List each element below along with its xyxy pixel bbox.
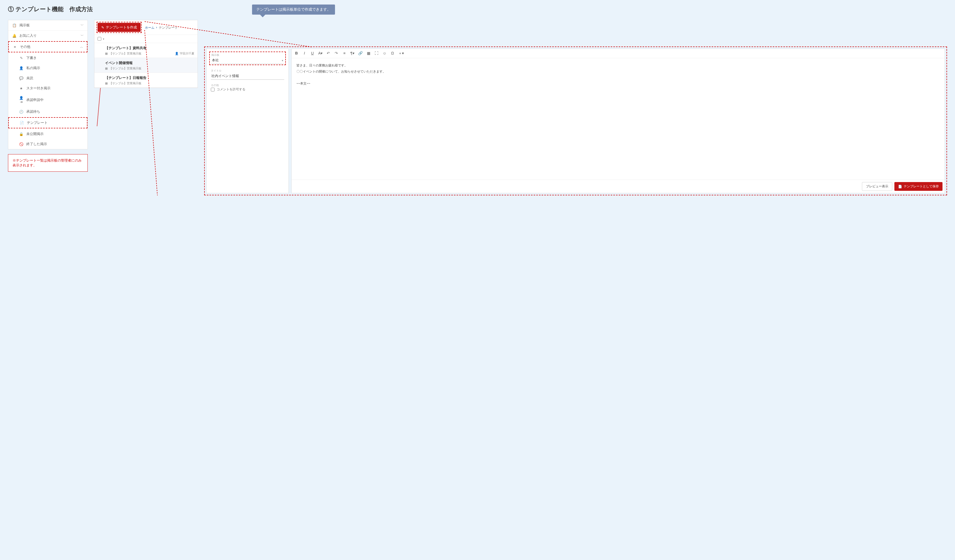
clock-icon: 🕘 (19, 110, 23, 114)
chat-icon: 💬 (19, 76, 23, 80)
template-list-panel: ✎ テンプレートを作成 ホーム › テンプレート ▾ 【テンプレート】資料共有 … (94, 20, 198, 88)
template-board: 【サンプル】営業掲示板 (109, 66, 141, 70)
sidebar-item-template[interactable]: 📄 テンプレート (9, 118, 87, 128)
allow-comment-label: コメントを許可する (217, 87, 246, 92)
breadcrumb-sep: › (156, 25, 157, 30)
dropdown-caret-icon[interactable]: ▾ (103, 38, 104, 41)
sidebar-item-approval-wait[interactable]: 🕘 承認待ち (8, 106, 88, 117)
sidebar-item-unread[interactable]: 💬 未読 (8, 73, 88, 83)
template-board: 【サンプル】営業掲示板 (109, 81, 141, 85)
board-icon: ▦ (105, 81, 108, 85)
font-icon[interactable]: A▾ (318, 51, 323, 56)
sidebar-item-draft[interactable]: ✎ 下書き (8, 53, 88, 63)
sidebar-item-unpublished[interactable]: 🔒 未公開掲示 (8, 129, 88, 139)
allow-comment-checkbox[interactable] (211, 88, 214, 91)
bell-icon: 🔔 (12, 34, 17, 38)
template-board: 【サンプル】営業掲示板 (109, 52, 141, 56)
sidebar-item-label: その他 (20, 44, 30, 49)
editor-footer: プレビュー表示 📄 テンプレートとして保存 (292, 180, 945, 193)
select-all-checkbox[interactable] (97, 37, 101, 41)
sidebar-item-label: 承認待ち (26, 109, 40, 114)
sidebar-item-approval-req[interactable]: 👤➔ 承認申請中 (8, 93, 88, 106)
list-header: ▾ (94, 34, 197, 43)
editor-body-panel: B I U A▾ ↶ ↷ ≡ ¶▾ 🔗 ▦ ⛶ ☺ Ω ＋▾ 皆さま、日々の業務… (291, 48, 945, 193)
fullscreen-icon[interactable]: ⛶ (374, 51, 379, 56)
link-icon[interactable]: 🔗 (358, 51, 363, 56)
editor-line: 〇〇イベントの開催について、お知らせさせていただきます。 (296, 69, 940, 75)
editor-toolbar: B I U A▾ ↶ ↷ ≡ ¶▾ 🔗 ▦ ⛶ ☺ Ω ＋▾ (292, 49, 945, 58)
file-icon: 📄 (898, 185, 902, 188)
form-panel: 掲示板 本社 ▾ タイトル 社内イベント情報 その他 (206, 48, 289, 193)
undo-icon[interactable]: ↶ (326, 51, 330, 56)
menu-icon: ≡ (13, 45, 17, 49)
title-input-value: 社内イベント情報 (211, 74, 239, 78)
italic-icon[interactable]: I (302, 51, 307, 56)
allow-comment-row[interactable]: コメントを許可する (211, 87, 284, 92)
save-template-button[interactable]: 📄 テンプレートとして保存 (894, 182, 942, 191)
sidebar-item-favorite[interactable]: 🔔 お気に入り ﹀ (8, 31, 88, 41)
star-icon: ★ (19, 86, 23, 91)
preview-button[interactable]: プレビュー表示 (862, 182, 892, 191)
sidebar-item-label: 私の掲示 (26, 66, 40, 70)
breadcrumb-current: テンプレート (159, 25, 178, 30)
file-icon: 📄 (19, 121, 24, 125)
template-title: イベント開催情報 (105, 61, 194, 66)
chevron-up-icon: ︿ (80, 45, 83, 49)
lock-icon: 🔒 (19, 132, 23, 136)
board-select[interactable]: 本社 ▾ (211, 57, 284, 64)
sidebar-item-label: テンプレート (27, 120, 48, 125)
sidebar-item-label: 未公開掲示 (26, 131, 44, 136)
editor-line: 皆さま、日々の業務お疲れ様です。 (296, 63, 940, 69)
chevron-down-icon: ﹀ (81, 23, 84, 28)
board-select-value: 本社 (212, 58, 219, 63)
editor-content[interactable]: 皆さま、日々の業務お疲れ様です。 〇〇イベントの開催について、お知らせさせていた… (292, 58, 945, 180)
template-row[interactable]: 【テンプレート】日報報告 ▦ 【サンプル】営業掲示板 (94, 73, 197, 88)
sidebar-item-board[interactable]: 📋 掲示板 ﹀ (8, 20, 88, 30)
table-icon[interactable]: ▦ (366, 51, 371, 56)
create-template-button[interactable]: ✎ テンプレートを作成 (97, 23, 141, 32)
omega-icon[interactable]: Ω (390, 51, 395, 56)
person-icon: 👤 (19, 66, 23, 70)
board-icon: ▦ (105, 52, 108, 55)
plus-icon[interactable]: ＋▾ (398, 51, 404, 56)
eye-off-icon: 🚫 (19, 142, 23, 146)
template-row[interactable]: イベント開催情報 ▦ 【サンプル】営業掲示板 (94, 58, 197, 73)
sidebar-item-other[interactable]: ≡ その他 ︿ (9, 42, 87, 52)
sidebar-item-starred[interactable]: ★ スター付き掲示 (8, 83, 88, 93)
avatar-icon: 👤 (175, 52, 178, 55)
field-label-title: タイトル (211, 69, 284, 73)
callout-bubble: テンプレートは掲示板単位で作成できます。 (252, 5, 335, 15)
pencil-icon: ✎ (19, 56, 23, 60)
template-title: 【テンプレート】資料共有 (105, 46, 194, 50)
editor-line: ~~本文~~ (296, 81, 940, 87)
template-author: 宇田川千夏 (180, 52, 194, 56)
bold-icon[interactable]: B (294, 51, 299, 56)
title-input[interactable]: 社内イベント情報 (211, 73, 284, 80)
pencil-icon: ✎ (101, 25, 104, 30)
align-icon[interactable]: ≡ (342, 51, 346, 56)
sidebar-item-label: 承認申請中 (26, 97, 44, 102)
page-title: ① テンプレート機能 作成方法 (8, 5, 947, 13)
sidebar-item-label: 未読 (26, 76, 33, 81)
template-title: 【テンプレート】日報報告 (105, 75, 194, 80)
clipboard-icon: 📋 (12, 23, 17, 27)
field-label-board: 掲示板 (211, 53, 284, 57)
template-row[interactable]: 【テンプレート】資料共有 ▦ 【サンプル】営業掲示板 👤 宇田川千夏 (94, 43, 197, 58)
paragraph-icon[interactable]: ¶▾ (350, 51, 354, 56)
button-label: テンプレートとして保存 (904, 184, 939, 189)
dropdown-caret-icon: ▾ (282, 59, 283, 62)
button-label: テンプレートを作成 (106, 25, 137, 30)
breadcrumb: ホーム › テンプレート (145, 25, 178, 30)
emoji-icon[interactable]: ☺ (382, 51, 387, 56)
breadcrumb-home[interactable]: ホーム (145, 25, 155, 30)
sidebar-item-label: スター付き掲示 (26, 86, 50, 91)
redo-icon[interactable]: ↷ (334, 51, 338, 56)
sidebar-item-mine[interactable]: 👤 私の掲示 (8, 63, 88, 73)
sidebar-item-label: 終了した掲示 (26, 142, 47, 147)
underline-icon[interactable]: U (310, 51, 315, 56)
sidebar-item-finished[interactable]: 🚫 終了した掲示 (8, 139, 88, 149)
person-arrow-icon: 👤➔ (19, 96, 23, 104)
sidebar: 📋 掲示板 ﹀ 🔔 お気に入り ﹀ ≡ その他 ︿ ✎ 下書き (8, 20, 88, 149)
board-icon: ▦ (105, 67, 108, 70)
admin-note: ※テンプレート一覧は掲示板の管理者にのみ表示されます。 (8, 154, 88, 172)
